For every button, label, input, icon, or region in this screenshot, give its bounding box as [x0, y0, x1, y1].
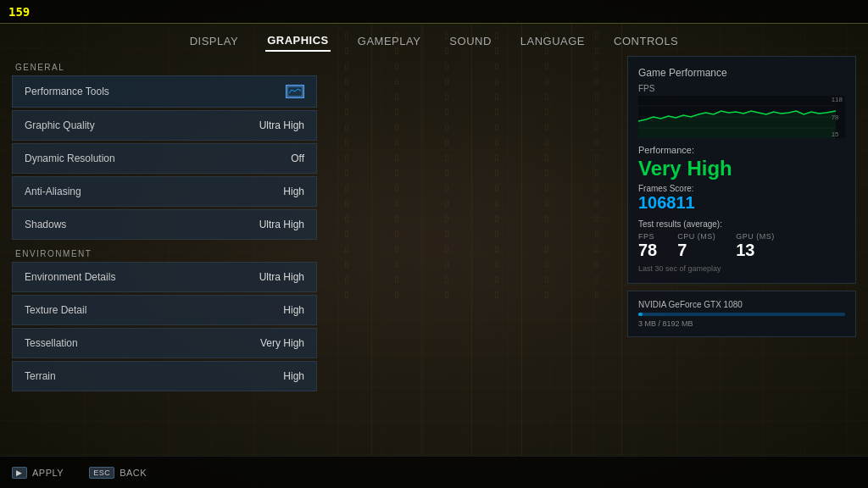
frames-score-label: Frames Score:	[638, 184, 845, 193]
fps-chart-labels: 118 78 15	[832, 96, 843, 138]
frames-score-value: 106811	[638, 193, 845, 213]
shadows-label: Shadows	[25, 219, 66, 230]
shadows-value: Ultra High	[259, 219, 304, 230]
hieroglyph-background: 𓀀𓁏𓂃𓀊𓁅𓂌𓀓𓁊𓀀𓂆𓁃𓀙𓂎𓁇𓀄𓂊𓁌𓀖 𓁃𓀙𓂎𓁇𓀄𓂊𓁌𓀖𓂈𓁀𓀏𓂁𓁉𓀒𓂄𓁋𓀕𓂇 𓂈𓁀…	[322, 24, 622, 456]
last-sec-note: Last 30 sec of gameplay	[638, 264, 845, 273]
top-bar: 159	[0, 0, 868, 24]
fps-counter: 159	[8, 5, 30, 19]
perf-tools-icon	[286, 85, 304, 98]
metric-fps-label: FPS	[638, 232, 657, 241]
tab-controls[interactable]: Controls	[612, 31, 680, 51]
performance-box: Game Performance FPS 118 78 15 Performan…	[627, 56, 856, 284]
anti-aliasing-label: Anti-Aliasing	[25, 186, 81, 197]
metric-fps: FPS 78	[638, 232, 657, 259]
dynamic-resolution-label: Dynamic Resolution	[25, 152, 115, 164]
gpu-info-box: NVIDIA GeForce GTX 1080 3 MB / 8192 MB	[627, 291, 856, 337]
settings-row-tessellation[interactable]: Tessellation Very High	[12, 328, 317, 358]
settings-row-env-details[interactable]: Environment Details Ultra High	[12, 262, 317, 292]
section-label-environment: ENVIRONMENT	[12, 242, 317, 262]
anti-aliasing-value: High	[283, 186, 304, 197]
metric-cpu: CPU (ms) 7	[677, 232, 715, 259]
settings-row-terrain[interactable]: Terrain High	[12, 361, 317, 391]
apply-key-badge: ▶	[12, 467, 27, 479]
terrain-label: Terrain	[25, 370, 56, 382]
metric-gpu-value: 13	[736, 241, 775, 259]
apply-label: APPLY	[32, 468, 64, 478]
general-settings-group: Performance Tools Graphic Quality Ultra …	[12, 75, 317, 240]
tessellation-value: Very High	[260, 337, 304, 349]
performance-panel: Game Performance FPS 118 78 15 Performan…	[627, 56, 856, 337]
fps-chart-svg	[638, 96, 845, 138]
back-key-badge: Esc	[89, 467, 114, 479]
settings-row-perf-tools[interactable]: Performance Tools	[12, 75, 317, 108]
settings-row-graphic-quality[interactable]: Graphic Quality Ultra High	[12, 110, 317, 141]
nav-tabs: Display Graphics Gameplay Sound Language…	[0, 25, 868, 56]
tab-gameplay[interactable]: Gameplay	[356, 31, 423, 51]
settings-row-dynamic-resolution[interactable]: Dynamic Resolution Off	[12, 143, 317, 174]
fps-max-label: 118	[832, 96, 843, 103]
metrics-row: FPS 78 CPU (ms) 7 GPU (ms) 13	[638, 232, 845, 259]
performance-title: Game Performance	[638, 67, 845, 79]
tab-display[interactable]: Display	[188, 31, 240, 51]
settings-row-shadows[interactable]: Shadows Ultra High	[12, 209, 317, 240]
fps-avg-label: 78	[832, 114, 843, 121]
texture-detail-label: Texture Detail	[25, 304, 86, 316]
performance-rating-label: Performance:	[638, 145, 845, 155]
metric-gpu-label: GPU (ms)	[736, 232, 775, 241]
fps-chart-label: FPS	[638, 84, 845, 93]
settings-panel: GENERAL Performance Tools Graphic Qualit…	[12, 56, 317, 441]
env-details-value: Ultra High	[259, 271, 304, 283]
terrain-value: High	[283, 370, 304, 382]
tab-graphics[interactable]: Graphics	[265, 30, 331, 52]
metric-cpu-label: CPU (ms)	[677, 232, 715, 241]
tab-sound[interactable]: Sound	[448, 31, 492, 51]
gpu-mem-bar-fill	[638, 313, 643, 316]
back-label: BACK	[120, 468, 147, 478]
back-button[interactable]: Esc BACK	[89, 467, 147, 479]
tab-language[interactable]: Language	[519, 31, 587, 51]
test-results-label: Test results (average):	[638, 219, 845, 229]
fps-min-label: 15	[832, 130, 843, 138]
apply-button[interactable]: ▶ APPLY	[12, 467, 64, 479]
tessellation-label: Tessellation	[25, 337, 78, 349]
section-label-general: GENERAL	[12, 56, 317, 75]
metric-cpu-value: 7	[677, 241, 715, 259]
settings-row-texture-detail[interactable]: Texture Detail High	[12, 295, 317, 325]
fps-chart: 118 78 15	[638, 96, 845, 138]
graphic-quality-value: Ultra High	[259, 119, 304, 131]
metric-fps-value: 78	[638, 241, 657, 259]
graphic-quality-label: Graphic Quality	[25, 119, 95, 131]
env-details-label: Environment Details	[25, 271, 115, 283]
bottom-bar: ▶ APPLY Esc BACK	[0, 456, 868, 488]
dynamic-resolution-value: Off	[291, 152, 304, 164]
metric-gpu: GPU (ms) 13	[736, 232, 775, 259]
settings-row-anti-aliasing[interactable]: Anti-Aliasing High	[12, 176, 317, 207]
environment-settings-group: Environment Details Ultra High Texture D…	[12, 262, 317, 391]
performance-rating-value: Very High	[638, 157, 845, 180]
svg-marker-8	[638, 111, 836, 138]
gpu-mem-text: 3 MB / 8192 MB	[638, 319, 845, 328]
perf-tools-label: Performance Tools	[25, 86, 109, 97]
gpu-mem-bar-bg	[638, 313, 845, 316]
texture-detail-value: High	[283, 304, 304, 316]
gpu-name: NVIDIA GeForce GTX 1080	[638, 300, 845, 309]
